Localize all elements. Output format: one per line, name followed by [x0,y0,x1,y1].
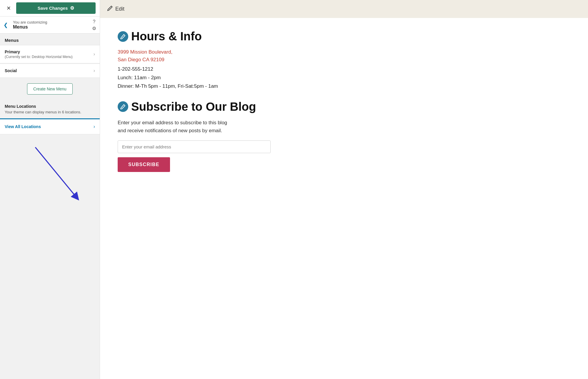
menu-locations-desc: Your theme can display menus in 6 locati… [5,110,95,114]
hours-info-icon [118,31,128,42]
edit-bar: Edit [100,0,588,18]
settings-button[interactable]: ⚙ [92,25,96,31]
hours-info-heading: Hours & Info [118,30,570,43]
chevron-right-icon: › [94,52,95,57]
hours-info-title: Hours & Info [131,30,202,43]
dinner-text: Dinner: M-Th 5pm - 11pm, Fri-Sat:5pm - 1… [118,82,570,91]
svg-line-0 [35,147,76,197]
address-link[interactable]: 3999 Mission Boulevard, San Diego CA 921… [118,48,570,63]
gear-icon: ⚙ [92,26,96,31]
customizing-title: Menus [13,24,96,30]
save-changes-label: Save Changes [38,6,68,11]
social-menu-title: Social [5,68,17,73]
customizing-header: ❮ You are customizing Menus ? ⚙ [0,16,100,34]
social-menu-item[interactable]: Social › [0,64,100,78]
main-content: Edit Hours & Info 3999 Mission Boulevard… [100,0,588,379]
view-all-locations-label: View All Locations [5,124,41,129]
edit-label[interactable]: Edit [115,6,124,12]
primary-menu-subtitle: (Currently set to: Desktop Horizontal Me… [5,55,73,59]
primary-menu-item[interactable]: Primary (Currently set to: Desktop Horiz… [0,45,100,63]
chevron-right-blue-icon: › [94,124,95,129]
menus-section-label: Menus [0,34,100,45]
phone-text: 1-202-555-1212 [118,65,570,74]
back-arrow-icon: ❮ [4,22,8,28]
chevron-right-icon: › [94,68,95,73]
edit-icon [107,5,113,13]
customizing-label: You are customizing [13,20,96,24]
content-area: Hours & Info 3999 Mission Boulevard, San… [100,18,588,379]
top-bar: ✕ Save Changes ⚙ [0,0,100,16]
save-changes-button[interactable]: Save Changes ⚙ [16,2,96,14]
lunch-text: Lunch: 11am - 2pm [118,74,570,82]
subscribe-heading: Subscribe to Our Blog [118,100,570,113]
help-button[interactable]: ? [92,19,96,24]
help-icon: ? [93,19,96,24]
close-button[interactable]: ✕ [4,4,13,13]
email-input[interactable] [118,140,271,153]
subscribe-description: Enter your email address to subscribe to… [118,119,271,135]
menu-locations-title: Menu Locations [5,104,95,109]
menu-locations-section: Menu Locations Your theme can display me… [0,100,100,116]
create-new-menu-button[interactable]: Create New Menu [27,83,73,95]
primary-menu-title: Primary [5,49,73,54]
subscribe-title: Subscribe to Our Blog [131,100,256,113]
gear-icon: ⚙ [70,5,74,11]
create-menu-wrap: Create New Menu [0,78,100,100]
header-icons: ? ⚙ [92,19,96,31]
view-all-locations-item[interactable]: View All Locations › [0,118,100,134]
subscribe-icon [118,101,128,112]
back-button[interactable]: ❮ [4,22,8,28]
subscribe-button[interactable]: SUBSCRIBE [118,157,170,172]
